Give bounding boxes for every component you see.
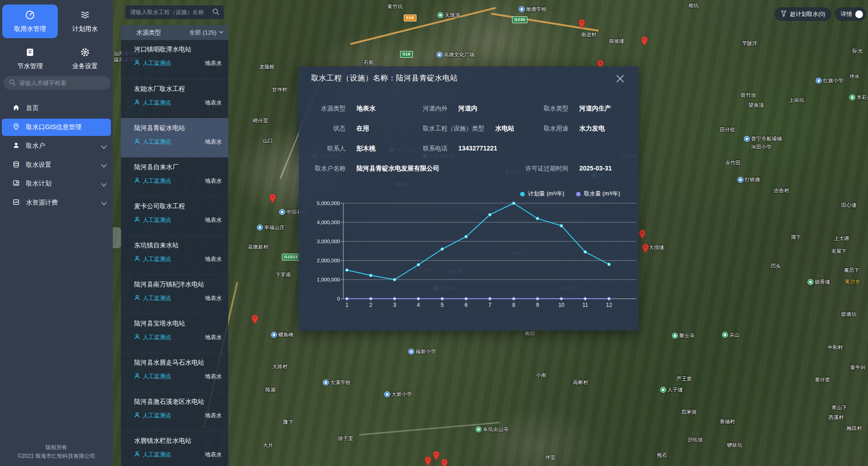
map-label: 幸福山庄 [257,224,285,231]
sidebar-item-2[interactable]: 取水口GIS信息管理 [2,119,111,136]
app-tile-label: 取用水管理 [14,25,46,33]
sidebar-item-6[interactable]: 水资源计费 [2,194,111,211]
map-label: 打铁塘 [738,176,760,183]
map-label-text: 南坊 [525,330,535,337]
copyright-line2: ©2021 珠海市仁智科技有限公司 [0,452,113,461]
map-label: 烧香缝 [808,279,830,286]
station-meta: 人工监测点地表水 [134,99,222,107]
filter-value: 全部 (125) [189,29,216,37]
map-label-text: 东坑尖山寺 [483,426,509,433]
app-tile-4[interactable]: 业务设置 [57,42,113,75]
map-pin-icon[interactable] [441,459,448,466]
station-list-item[interactable]: 河口镇唱歌潭水电站人工监测点地表水 [121,40,228,79]
over-plan-badge[interactable]: 超计划取水(0) [775,7,831,21]
map-label-text: 庵历下 [844,267,859,274]
map-label-text: 陈屋 [266,386,276,393]
map-label: 尖山 [722,331,740,338]
station-list: 河口镇唱歌潭水电站人工监测点地表水友能水厂取水工程人工监测点地表水陆河县青碇水电… [121,40,228,466]
station-list-item[interactable]: 陆河县激石溪老区水电站人工监测点地表水 [121,392,228,431]
app-tile-label: 节水管理 [17,62,43,70]
map-pin-icon[interactable] [641,36,648,46]
map-pin-icon[interactable] [639,230,646,239]
water-source-label: 地表水 [205,373,222,381]
app-tile-3[interactable]: 节水管理 [2,42,58,75]
map-label: 大路村 [272,363,288,370]
station-list-item[interactable]: 麦卡公司取水工程人工监测点地表水 [121,196,228,236]
person-icon [134,333,140,341]
map-label: 望海顶 [748,102,764,109]
station-list-item[interactable]: 水唇镇水栏肚水电站人工监测点地表水 [121,431,228,466]
map-label: 陈屋 [266,386,276,393]
map-label-text: 石船 [364,59,374,66]
app-root: 黄竹坑天珠顶墩塘学校相坑南进村挨坡缝芋陂洋际光石船高塘文化广场龙颈根甘坪村嶂仔里… [0,0,868,466]
map-label: 南坊 [525,330,535,337]
sidebar-item-label: 取水户 [26,142,45,150]
map-pin-icon[interactable] [425,456,431,466]
map-pin-icon[interactable] [642,244,649,253]
map-label: 东坑尖山寺 [476,426,509,433]
school-poi-icon [816,78,822,84]
station-name: 陆河县激石溪老区水电站 [134,398,222,406]
map-label: 上岗坑 [789,97,804,104]
map-label-text: 西溪村 [828,414,844,421]
panel-collapse-handle[interactable] [113,227,122,248]
map-label-text: 高塘文化广场 [444,51,475,58]
map-label-text: 嶂仔里 [253,117,268,124]
sidebar-item-5[interactable]: 取水计划 [2,175,111,192]
gauge-icon [25,10,35,21]
map-label-text: 上岗坑 [789,97,804,104]
sidebar-search-input[interactable] [19,80,105,86]
svg-text:2: 2 [369,302,372,308]
map-pin-icon[interactable] [269,194,276,203]
station-name: 东坑镇自来水站 [134,241,222,250]
station-list-item[interactable]: 陆河县水唇走马石水电站人工监测点地表水 [121,353,228,392]
scenic-poi-icon [660,387,666,393]
topbar-controls: 超计划取水(0) 详情 [775,7,866,21]
map-pin-icon[interactable] [578,19,585,29]
sidebar-item-4[interactable]: 取水设置 [2,156,111,174]
svg-text:12: 12 [606,302,612,308]
map-label: 人子缝 [660,386,683,393]
toggle-knob[interactable] [855,10,863,18]
svg-text:0: 0 [337,296,340,301]
map-pin-icon[interactable] [251,315,258,324]
map-label-text: 人子缝 [667,386,683,393]
road-badge: S19 [400,51,413,58]
map-label-text: 南进村 [581,31,597,38]
over-plan-label: 超计划取水(0) [790,10,825,18]
station-list-item[interactable]: 陆河县青碇水电站人工监测点地表水 [121,118,228,157]
person-icon [134,372,140,381]
app-tile-1[interactable]: 取用水管理 [2,5,58,38]
app-tile-2[interactable]: 计划用水 [57,5,113,38]
map-pin-icon[interactable] [433,451,440,461]
sidebar-item-1[interactable]: 首页 [2,100,111,117]
map-label: 墩塘学校 [519,6,547,13]
detail-toggle[interactable]: 详情 [835,7,866,21]
station-list-item[interactable]: 陆河县自来水厂人工监测点地表水 [121,157,228,196]
map-label-text: 天珠顶 [445,12,460,19]
water-source-label: 地表水 [205,256,222,263]
station-name: 友能水厂取水工程 [134,85,222,93]
source-type-filter[interactable]: 水源类型 全部 (125) [121,25,228,40]
station-list-item[interactable]: 陆河县南万镇杞洋水电站人工监测点地表水 [121,275,228,314]
map-label-text: 善德村 [720,418,735,425]
map-label: 龙颈根 [259,64,275,70]
water-source-label: 地表水 [205,138,222,146]
map-label-text: 福新小学 [416,348,436,355]
funnel-icon [781,10,787,18]
search-icon[interactable] [212,8,219,17]
person-icon [134,216,140,224]
map-label-text: 墩塘学校 [526,6,547,13]
station-list-item[interactable]: 东坑镇自来水站人工监测点地表水 [121,236,228,275]
map-label: 普宁市船埔镇 [744,135,782,142]
station-list-item[interactable]: 陆河县宝塔水电站人工监测点地表水 [121,314,228,353]
station-search-input[interactable] [130,9,210,15]
station-list-item[interactable]: 友能水厂取水工程人工监测点地表水 [121,79,228,118]
person-icon [134,177,140,185]
person-icon [134,138,140,146]
map-label: 善德村 [720,418,735,425]
sidebar-item-3[interactable]: 取水户 [2,137,111,155]
road-badge: G1523 [282,254,300,261]
map-label: 锣鼓坑 [727,442,743,449]
sidebar-item-label: 取水设置 [26,161,51,169]
